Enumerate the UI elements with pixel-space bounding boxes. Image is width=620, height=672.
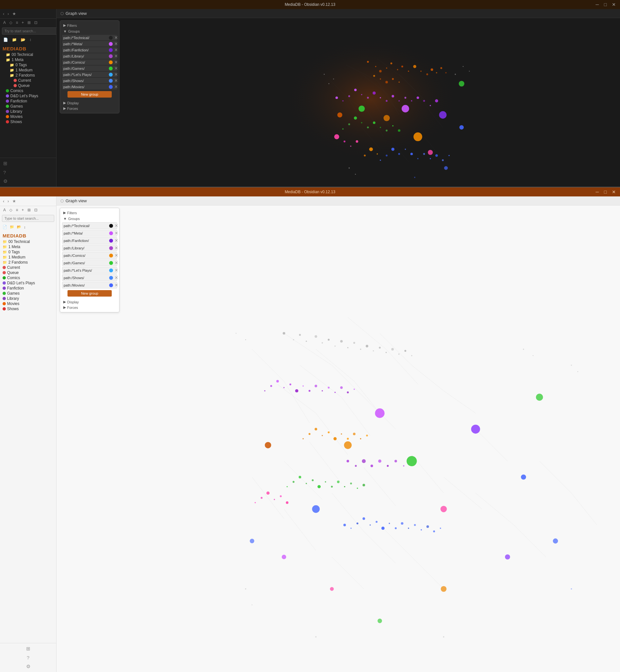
- group-path-input-dark[interactable]: [63, 79, 108, 83]
- tree-item-comics-light[interactable]: Comics: [0, 275, 56, 280]
- tree-item-1medium-light[interactable]: 📁 1 Medium: [0, 254, 56, 260]
- add-button-dark[interactable]: +: [20, 20, 25, 26]
- search-input-light[interactable]: [2, 215, 54, 222]
- group-path-input-dark[interactable]: [63, 60, 108, 64]
- tree-item-dnd-dark[interactable]: D&D Let's Plays: [0, 93, 56, 99]
- forces-section-dark[interactable]: ▶ Forces: [62, 106, 117, 111]
- groups-label-dark[interactable]: ▼ Groups: [62, 29, 117, 34]
- close-button-dark[interactable]: ✕: [610, 1, 617, 8]
- group-path-input-dark[interactable]: [63, 54, 108, 58]
- grid-button-light[interactable]: ⊞: [26, 207, 32, 213]
- group-color-comics-dark[interactable]: [109, 60, 113, 64]
- group-color-shows-dark[interactable]: [109, 79, 113, 83]
- group-path-input-light[interactable]: [64, 261, 108, 265]
- collapse-light[interactable]: ↕: [23, 225, 27, 230]
- settings-button-dark[interactable]: ⚙: [2, 177, 54, 185]
- maximize-button-dark[interactable]: □: [603, 1, 608, 8]
- group-remove-meta-dark[interactable]: ✕: [114, 42, 118, 46]
- restore-button-light[interactable]: □: [603, 189, 608, 195]
- new-group-button-dark[interactable]: New group: [67, 91, 112, 98]
- group-remove-movies-light[interactable]: ✕: [114, 283, 119, 288]
- tree-item-shows-dark[interactable]: Shows: [0, 119, 56, 125]
- group-remove-fanfiction-light[interactable]: ✕: [114, 238, 119, 243]
- group-color-technical-dark[interactable]: [109, 36, 113, 40]
- tree-item-1meta-dark[interactable]: 📁 1 Meta: [0, 57, 56, 62]
- group-path-input-light[interactable]: [64, 283, 108, 287]
- tree-item-comics-dark[interactable]: Comics: [0, 88, 56, 93]
- plugins-button-light[interactable]: ⊞: [2, 644, 54, 653]
- group-color-technical-light[interactable]: [109, 224, 113, 228]
- group-color-meta-dark[interactable]: [109, 42, 113, 46]
- format-button-light[interactable]: A: [2, 207, 7, 213]
- group-remove-movies-dark[interactable]: ✕: [114, 85, 118, 89]
- tree-item-movies-light[interactable]: Movies: [0, 301, 56, 306]
- group-path-input-light[interactable]: [64, 276, 108, 280]
- group-remove-games-dark[interactable]: ✕: [114, 66, 118, 70]
- group-remove-shows-light[interactable]: ✕: [114, 275, 119, 280]
- tag-button-dark[interactable]: ◇: [8, 20, 13, 26]
- folder-new-dark[interactable]: 📁: [11, 37, 18, 43]
- group-remove-library-light[interactable]: ✕: [114, 246, 119, 250]
- group-remove-comics-light[interactable]: ✕: [114, 253, 119, 258]
- file-new-dark[interactable]: 📄: [2, 37, 9, 43]
- nav-back-button-dark[interactable]: ‹: [2, 10, 5, 17]
- file-new-light[interactable]: 📄: [2, 224, 8, 230]
- align-button-light[interactable]: ≡: [14, 207, 19, 213]
- tree-item-dnd-light[interactable]: D&D Let's Plays: [0, 280, 56, 286]
- format-button-dark[interactable]: A: [2, 20, 7, 26]
- tree-item-queue-dark[interactable]: Queue: [0, 83, 56, 88]
- group-remove-games-light[interactable]: ✕: [114, 260, 119, 265]
- tree-item-1meta-light[interactable]: 📁 1 Meta: [0, 244, 56, 249]
- graph-canvas-dark[interactable]: [56, 18, 620, 187]
- group-color-movies-light[interactable]: [109, 283, 113, 287]
- new-group-button-light[interactable]: New group: [67, 290, 112, 297]
- group-color-library-dark[interactable]: [109, 54, 113, 58]
- add-button-light[interactable]: +: [20, 207, 25, 213]
- group-remove-meta-light[interactable]: ✕: [114, 231, 119, 236]
- tree-item-00technical-light[interactable]: 📁 00 Technical: [0, 239, 56, 244]
- group-color-library-light[interactable]: [109, 246, 113, 250]
- group-color-letsplays-dark[interactable]: [109, 73, 113, 77]
- settings2-button-dark[interactable]: ⊡: [33, 20, 39, 26]
- tree-item-games-light[interactable]: Games: [0, 291, 56, 296]
- nav-forward-button-light[interactable]: ›: [6, 198, 10, 204]
- group-remove-fanfiction-dark[interactable]: ✕: [114, 48, 118, 52]
- help-button-dark[interactable]: ?: [2, 168, 54, 177]
- folder-open-dark[interactable]: 📂: [19, 37, 27, 43]
- tree-item-current-light[interactable]: Current: [0, 265, 56, 270]
- group-remove-technical-light[interactable]: ✕: [114, 223, 119, 228]
- group-path-input-dark[interactable]: [63, 48, 108, 52]
- minimize-button-dark[interactable]: ─: [594, 1, 601, 8]
- group-path-input-light[interactable]: [64, 254, 108, 257]
- group-remove-library-dark[interactable]: ✕: [114, 54, 118, 58]
- help-button-light[interactable]: ?: [2, 654, 54, 662]
- group-path-input-light[interactable]: [64, 224, 108, 228]
- close-button-light[interactable]: ✕: [610, 189, 617, 195]
- align-button-dark[interactable]: ≡: [14, 20, 19, 26]
- nav-forward-button-dark[interactable]: ›: [6, 10, 10, 17]
- group-path-input-light[interactable]: [64, 231, 108, 235]
- group-path-input-light[interactable]: [64, 246, 108, 250]
- tree-item-1medium-dark[interactable]: 📁 1 Medium: [0, 67, 56, 73]
- tree-item-fanfiction-light[interactable]: Fanfiction: [0, 286, 56, 291]
- group-color-fanfiction-light[interactable]: [109, 239, 113, 243]
- bookmarks-button-dark[interactable]: ★: [11, 10, 17, 17]
- tree-item-fanfiction-dark[interactable]: Fanfiction: [0, 99, 56, 104]
- settings2-button-light[interactable]: ⊡: [33, 207, 39, 213]
- group-color-shows-light[interactable]: [109, 276, 113, 280]
- plugins-button-dark[interactable]: ⊞: [2, 159, 54, 168]
- group-color-letsplays-light[interactable]: [109, 269, 113, 272]
- group-remove-comics-dark[interactable]: ✕: [114, 60, 118, 64]
- group-path-input-dark[interactable]: [63, 73, 108, 77]
- display-section-dark[interactable]: ▶ Display: [62, 100, 117, 106]
- tree-item-current-dark[interactable]: Current: [0, 78, 56, 83]
- groups-label-light[interactable]: ▼ Groups: [62, 216, 117, 222]
- display-section-light[interactable]: ▶ Display: [62, 299, 117, 305]
- group-color-games-dark[interactable]: [109, 66, 113, 70]
- group-path-input-light[interactable]: [64, 239, 108, 243]
- group-remove-letsplays-dark[interactable]: ✕: [114, 73, 118, 77]
- tree-item-2fandoms-dark[interactable]: 📁 2 Fandoms: [0, 73, 56, 78]
- tree-item-library-light[interactable]: Library: [0, 296, 56, 301]
- grid-button-dark[interactable]: ⊞: [26, 20, 32, 26]
- bookmarks-button-light[interactable]: ★: [11, 198, 17, 204]
